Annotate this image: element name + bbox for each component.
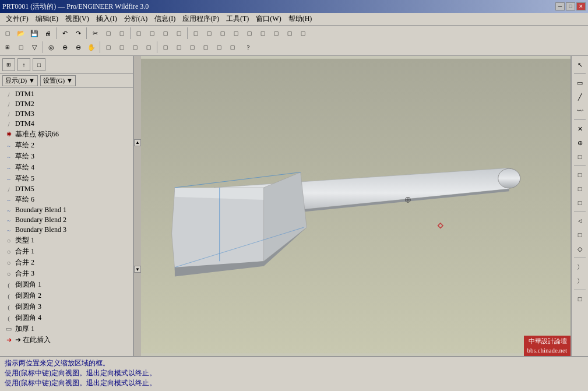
tree-item-22[interactable]: ▭加厚 1 <box>0 323 133 334</box>
tb-redo[interactable]: ↷ <box>72 27 84 40</box>
tree-item-1[interactable]: /DTM2 <box>0 99 133 109</box>
tb2-hidden[interactable]: □ <box>129 41 142 54</box>
rt-chamfer[interactable]: 〉 <box>573 274 586 287</box>
rt-rib[interactable]: ◇ <box>573 242 586 255</box>
lp-btn1[interactable]: ⊞ <box>2 58 15 71</box>
tree-item-23[interactable]: ➜➜ 在此插入 <box>0 334 133 346</box>
menu-item-T[interactable]: 工具(T) <box>223 13 252 25</box>
lp-btn2[interactable]: ↑ <box>17 58 30 71</box>
tree-item-7[interactable]: ~草绘 4 <box>0 162 133 173</box>
menu-item-V[interactable]: 视图(V) <box>62 13 93 25</box>
tb2-nohidden[interactable]: □ <box>142 41 155 54</box>
rt-sketch[interactable]: ▭ <box>573 76 586 89</box>
tb-repaint[interactable]: □ <box>132 27 145 40</box>
tree-item-21[interactable]: (倒圆角 4 <box>0 312 133 323</box>
rt-blend[interactable]: ◁ <box>573 214 586 227</box>
tb2-pan[interactable]: ✋ <box>85 41 98 54</box>
menu-item-P[interactable]: 应用程序(P) <box>179 13 223 25</box>
tree-item-0[interactable]: /DTM1 <box>0 89 133 99</box>
tree-item-13[interactable]: ~Boundary Blend 3 <box>0 225 133 235</box>
tree-item-6[interactable]: ~草绘 3 <box>0 151 133 162</box>
tb-copy[interactable]: □ <box>102 27 115 40</box>
tb-print[interactable]: 🖨 <box>41 27 54 40</box>
tree-item-17[interactable]: ○合并 3 <box>0 268 133 279</box>
lp-btn3[interactable]: □ <box>33 58 45 71</box>
menu-item-A[interactable]: 分析(A) <box>121 13 152 25</box>
tb-cut[interactable]: ✂ <box>89 27 101 40</box>
tb2-extra1[interactable]: □ <box>199 41 212 54</box>
tree-item-19[interactable]: (倒圆角 2 <box>0 290 133 301</box>
tb2-flip[interactable]: □ <box>172 41 185 54</box>
tb-undo[interactable]: ↶ <box>58 27 71 40</box>
tb-feature3[interactable]: □ <box>216 27 229 40</box>
rt-shell[interactable]: □ <box>573 228 586 241</box>
tb2-view3[interactable]: ▽ <box>28 41 41 54</box>
tree-item-12[interactable]: ~Boundary Blend 2 <box>0 215 133 225</box>
viewport[interactable]: 中華設計論壇 bbs.chinade.net <box>141 56 571 356</box>
tb-feature2[interactable]: □ <box>203 27 216 40</box>
tb-feature4[interactable]: □ <box>230 27 242 40</box>
display-dropdown[interactable]: 显示(D) ▼ <box>2 75 38 86</box>
tree-item-18[interactable]: (倒圆角 1 <box>0 279 133 290</box>
tb-open[interactable]: 📂 <box>15 27 27 40</box>
rt-line[interactable]: ╱ <box>573 90 586 103</box>
tb2-shade[interactable]: □ <box>102 41 115 54</box>
rt-point[interactable]: ✕ <box>573 122 586 135</box>
minimize-button[interactable]: ─ <box>555 2 565 10</box>
rt-axis[interactable]: ⊕ <box>573 136 586 149</box>
tb-feature8[interactable]: □ <box>283 27 296 40</box>
tree-item-9[interactable]: /DTM5 <box>0 184 133 194</box>
tb2-view2[interactable]: □ <box>15 41 27 54</box>
maximize-button[interactable]: □ <box>566 2 575 10</box>
rt-arc[interactable]: 〰 <box>573 104 586 117</box>
menu-item-F[interactable]: 文件(F) <box>2 13 32 25</box>
menu-item-I[interactable]: 信息(I) <box>151 13 179 25</box>
menu-item-H[interactable]: 帮助(H) <box>285 13 316 25</box>
rt-plane[interactable]: □ <box>573 150 586 163</box>
tb-feature7[interactable]: □ <box>270 27 283 40</box>
tb-new[interactable]: □ <box>1 27 14 40</box>
settings-dropdown[interactable]: 设置(G) ▼ <box>40 75 76 86</box>
tb-refit[interactable]: □ <box>146 27 159 40</box>
tb-feature1[interactable]: □ <box>189 27 202 40</box>
rt-select[interactable]: ↖ <box>573 58 586 71</box>
tree-item-3[interactable]: /DTM4 <box>0 119 133 129</box>
tb-feature5[interactable]: □ <box>243 27 256 40</box>
rt-round[interactable]: 〉 <box>573 260 586 273</box>
tree-item-11[interactable]: ~Boundary Blend 1 <box>0 205 133 215</box>
tree-item-15[interactable]: ○合并 1 <box>0 246 133 257</box>
tb2-extra2[interactable]: □ <box>213 41 226 54</box>
tree-item-14[interactable]: ○类型 1 <box>0 235 133 246</box>
tb-paste[interactable]: □ <box>115 27 128 40</box>
rt-extrude[interactable]: □ <box>573 168 586 181</box>
tb-zoom-in[interactable]: □ <box>159 27 172 40</box>
scroll-up-arrow[interactable]: ▲ <box>134 139 141 146</box>
tb2-extra3[interactable]: □ <box>226 41 239 54</box>
tb-save[interactable]: 💾 <box>28 27 41 40</box>
tree-item-16[interactable]: ○合并 2 <box>0 257 133 268</box>
tb-feature6[interactable]: □ <box>256 27 269 40</box>
tb2-zoomout[interactable]: ⊖ <box>72 41 84 54</box>
menu-item-E[interactable]: 编辑(E) <box>32 13 62 25</box>
tb2-zoomin[interactable]: ⊕ <box>58 41 71 54</box>
tree-item-2[interactable]: /DTM3 <box>0 109 133 119</box>
menu-item-W[interactable]: 窗口(W) <box>252 13 284 25</box>
menu-item-I[interactable]: 插入(I) <box>93 13 121 25</box>
tb2-view1[interactable]: ⊞ <box>1 41 14 54</box>
tb2-help[interactable]: ? <box>242 41 255 54</box>
tree-item-10[interactable]: ~草绘 6 <box>0 194 133 205</box>
rt-sweep[interactable]: □ <box>573 196 586 209</box>
tb2-spin[interactable]: □ <box>159 41 172 54</box>
rt-draft[interactable]: □ <box>573 293 586 305</box>
close-button[interactable]: ✕ <box>576 2 586 10</box>
tree-item-5[interactable]: ~草绘 2 <box>0 140 133 151</box>
tb-feature9[interactable]: □ <box>297 27 309 40</box>
tree-item-4[interactable]: ✱基准点 标识66 <box>0 129 133 140</box>
tb2-wire[interactable]: □ <box>115 41 128 54</box>
tb-zoom-out[interactable]: □ <box>172 27 185 40</box>
tree-item-20[interactable]: (倒圆角 3 <box>0 301 133 312</box>
tb2-std[interactable]: □ <box>186 41 199 54</box>
scroll-down-arrow[interactable]: ▼ <box>134 266 141 273</box>
tree-item-8[interactable]: ~草绘 5 <box>0 173 133 184</box>
rt-revolve[interactable]: □ <box>573 182 586 195</box>
